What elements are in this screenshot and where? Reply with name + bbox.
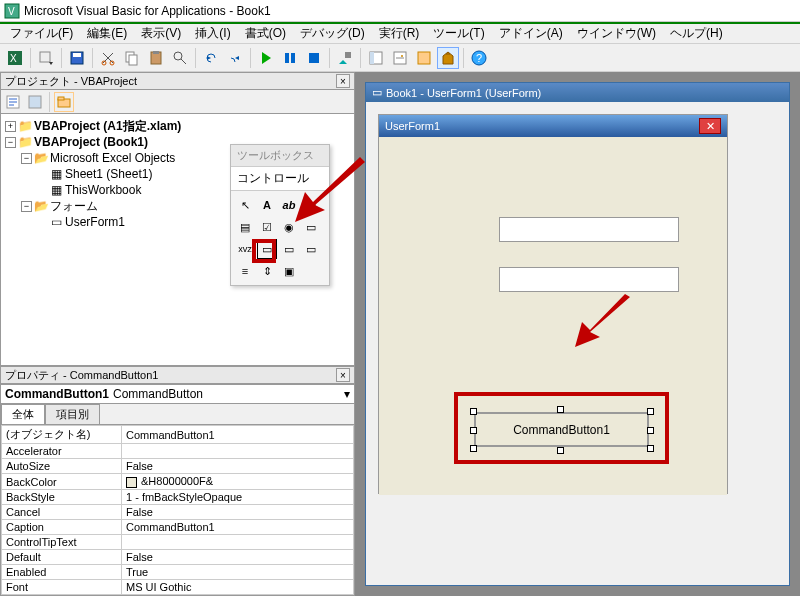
property-value[interactable] (122, 444, 354, 459)
project-explorer-button[interactable] (365, 47, 387, 69)
menu-insert[interactable]: 挿入(I) (189, 23, 236, 44)
menu-file[interactable]: ファイル(F) (4, 23, 79, 44)
project-icon: 📁 (18, 135, 32, 149)
svg-rect-12 (153, 51, 159, 54)
collapse-icon[interactable]: − (21, 201, 32, 212)
properties-panel-close-button[interactable]: × (336, 368, 350, 382)
mdi-title-bar[interactable]: ▭ Book1 - UserForm1 (UserForm) (366, 83, 789, 102)
property-value[interactable] (122, 535, 354, 550)
view-code-button[interactable] (3, 92, 23, 112)
object-browser-button[interactable] (413, 47, 435, 69)
property-value[interactable]: False (122, 505, 354, 520)
properties-object-selector[interactable]: CommandButton1 CommandButton ▾ (0, 384, 355, 404)
svg-rect-14 (285, 53, 289, 63)
userform-designer[interactable]: UserForm1 ✕ CommandButton1 (378, 114, 728, 494)
menu-window[interactable]: ウインドウ(W) (571, 23, 662, 44)
view-excel-button[interactable]: X (4, 47, 26, 69)
window-title: Microsoft Visual Basic for Applications … (24, 4, 271, 18)
menu-run[interactable]: 実行(R) (373, 23, 426, 44)
property-row[interactable]: BackStyle1 - fmBackStyleOpaque (2, 490, 354, 505)
menu-edit[interactable]: 編集(E) (81, 23, 133, 44)
property-row[interactable]: AutoSizeFalse (2, 459, 354, 474)
form-icon: ▭ (372, 86, 382, 99)
menu-view[interactable]: 表示(V) (135, 23, 187, 44)
menu-format[interactable]: 書式(O) (239, 23, 292, 44)
tool-multipage[interactable]: ▭ (301, 239, 321, 259)
design-mode-button[interactable] (334, 47, 356, 69)
menu-debug[interactable]: デバッグ(D) (294, 23, 371, 44)
menu-tools[interactable]: ツール(T) (427, 23, 490, 44)
tool-pointer[interactable]: ↖ (235, 195, 255, 215)
properties-grid[interactable]: (オブジェクト名)CommandButton1AcceleratorAutoSi… (0, 424, 355, 596)
annotation-arrow-icon (570, 292, 640, 352)
property-name: Default (2, 550, 122, 565)
collapse-icon[interactable]: − (21, 153, 32, 164)
break-button[interactable] (279, 47, 301, 69)
properties-panel-title: プロパティ - CommandButton1 (5, 368, 158, 383)
property-value[interactable]: False (122, 459, 354, 474)
tool-image[interactable]: ▣ (279, 261, 299, 281)
property-row[interactable]: (オブジェクト名)CommandButton1 (2, 426, 354, 444)
tool-listbox[interactable]: ▤ (235, 217, 255, 237)
folder-icon: 📂 (34, 151, 48, 165)
property-value[interactable]: True (122, 565, 354, 580)
save-button[interactable] (66, 47, 88, 69)
help-button[interactable]: ? (468, 47, 490, 69)
properties-tabs: 全体 項目別 (0, 404, 355, 424)
paste-button[interactable] (145, 47, 167, 69)
tab-categorized[interactable]: 項目別 (45, 404, 100, 424)
property-row[interactable]: FontMS UI Gothic (2, 580, 354, 595)
properties-button[interactable] (389, 47, 411, 69)
tool-checkbox[interactable]: ☑ (257, 217, 277, 237)
redo-button[interactable] (224, 47, 246, 69)
toolbox-button[interactable] (437, 47, 459, 69)
property-value[interactable]: 1 - fmBackStyleOpaque (122, 490, 354, 505)
svg-text:X: X (10, 53, 17, 64)
copy-button[interactable] (121, 47, 143, 69)
property-value[interactable]: CommandButton1 (122, 520, 354, 535)
view-object-button[interactable] (25, 92, 45, 112)
sheet-icon: ▦ (49, 167, 63, 181)
property-value[interactable]: CommandButton1 (122, 426, 354, 444)
project-toolbar (0, 90, 355, 114)
tab-alphabetic[interactable]: 全体 (1, 404, 45, 424)
tool-label[interactable]: A (257, 195, 277, 215)
textbox-1[interactable] (499, 217, 679, 242)
folder-icon: 📂 (34, 199, 48, 213)
cut-button[interactable] (97, 47, 119, 69)
tree-project-1[interactable]: +📁VBAProject (A1指定.xlam) (5, 118, 350, 134)
project-panel-close-button[interactable]: × (336, 74, 350, 88)
find-button[interactable] (169, 47, 191, 69)
property-row[interactable]: EnabledTrue (2, 565, 354, 580)
property-row[interactable]: CancelFalse (2, 505, 354, 520)
collapse-icon[interactable]: − (5, 137, 16, 148)
toggle-folders-button[interactable] (54, 92, 74, 112)
svg-rect-10 (129, 55, 137, 65)
separator (61, 48, 62, 68)
property-row[interactable]: ControlTipText (2, 535, 354, 550)
property-row[interactable]: Accelerator (2, 444, 354, 459)
property-row[interactable]: CaptionCommandButton1 (2, 520, 354, 535)
undo-button[interactable] (200, 47, 222, 69)
property-value[interactable]: &H8000000F& (122, 474, 354, 490)
insert-dropdown-button[interactable] (35, 47, 57, 69)
dropdown-icon[interactable]: ▾ (344, 387, 350, 401)
expand-icon[interactable]: + (5, 121, 16, 132)
tool-tabstrip[interactable]: ▭ (279, 239, 299, 259)
tool-scrollbar[interactable]: ≡ (235, 261, 255, 281)
userform-canvas[interactable]: CommandButton1 (379, 137, 727, 495)
close-icon[interactable]: ✕ (699, 118, 721, 134)
menu-help[interactable]: ヘルプ(H) (664, 23, 729, 44)
menu-addins[interactable]: アドイン(A) (493, 23, 569, 44)
tool-spinbutton[interactable]: ⇕ (257, 261, 277, 281)
property-row[interactable]: DefaultFalse (2, 550, 354, 565)
property-name: Cancel (2, 505, 122, 520)
property-value[interactable]: MS UI Gothic (122, 580, 354, 595)
run-button[interactable] (255, 47, 277, 69)
textbox-2[interactable] (499, 267, 679, 292)
reset-button[interactable] (303, 47, 325, 69)
property-value[interactable]: False (122, 550, 354, 565)
property-row[interactable]: BackColor&H8000000F& (2, 474, 354, 490)
menu-bar: ファイル(F) 編集(E) 表示(V) 挿入(I) 書式(O) デバッグ(D) … (0, 22, 800, 44)
property-name: Accelerator (2, 444, 122, 459)
